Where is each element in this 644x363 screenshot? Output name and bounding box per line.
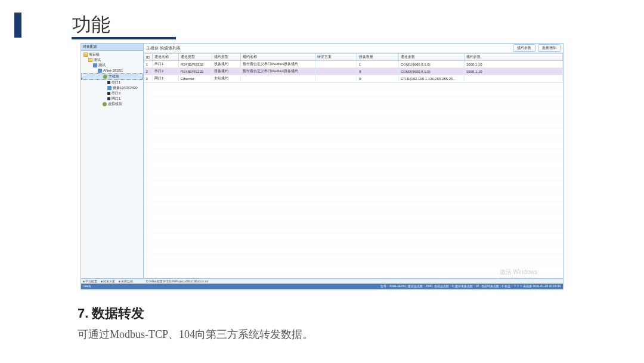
tree-content: 项目组测试测试ANet-1E2S1主模块串口1设备1(ARCM30串口2网口1虚…	[81, 51, 143, 108]
cell	[315, 75, 357, 82]
tree-item-5[interactable]: 串口1	[81, 80, 143, 85]
section-text: 7. 数据转发 可通过Modbus-TCP、104向第三方系统转发数据。	[78, 304, 313, 342]
table-header: ID通道名称通道类型规约类型规约名称转发方案设备数量通道参数规约参数	[144, 54, 563, 61]
cell: COM2(9600,8,1,0)	[399, 68, 465, 75]
tree-item-4[interactable]: 主模块	[81, 73, 143, 80]
dot-icon	[119, 281, 120, 282]
cell: 串口1	[153, 61, 179, 68]
tree-item-label: 串口1	[112, 80, 120, 85]
tree-item-8[interactable]: 网口1	[81, 96, 143, 101]
header-underline	[72, 37, 176, 39]
section-body: 可通过Modbus-TCP、104向第三方系统转发数据。	[78, 327, 313, 342]
tree-item-label: 网口1	[112, 96, 120, 101]
port-icon	[107, 81, 110, 84]
col-header-3[interactable]: 规约类型	[212, 54, 241, 61]
cell: Ethernet	[179, 75, 212, 82]
tree-item-label: 测试	[98, 63, 106, 68]
cell: 主站规约	[212, 75, 241, 82]
col-header-5[interactable]: 转发方案	[315, 54, 357, 61]
cell: 1000,1,10	[465, 68, 563, 75]
tree-item-6[interactable]: 设备1(ARCM30	[81, 85, 143, 91]
panel-title: 主模块 的通道列表	[146, 45, 181, 51]
application-window: 对象配置 项目组测试测试ANet-1E2S1主模块串口1设备1(ARCM30串口…	[80, 43, 564, 290]
panel-title-bar: 主模块 的通道列表 规约参数 批量增加	[144, 44, 563, 53]
cell: 0	[357, 68, 399, 75]
col-header-4[interactable]: 规约名称	[241, 54, 315, 61]
tab-forward-scheme[interactable]: 转发方案	[99, 279, 117, 284]
main-panel: 主模块 的通道列表 规约参数 批量增加 ID通道名称通道类型规约类型规约名称转发…	[144, 44, 563, 279]
port-icon	[107, 97, 110, 100]
cell: 串口2	[153, 68, 179, 75]
cell	[315, 68, 357, 75]
cell	[465, 75, 563, 82]
slide-title: 功能	[72, 12, 110, 38]
status-right: 型号：ANet-2E2S1; 建议总点数：2500, 当前总点数：0; 建议采集…	[380, 284, 561, 288]
cell: 3	[144, 75, 153, 82]
table-body: 1串口1RS485/RS232设备规约预付费自定义串口Modbus设备规约1CO…	[144, 61, 563, 82]
tree-item-7[interactable]: 串口2	[81, 91, 143, 96]
cell: COM1(9600,8,1,0)	[399, 61, 465, 68]
port-icon	[107, 92, 110, 95]
tree-header: 对象配置	[81, 44, 143, 51]
header-accent-bar	[14, 13, 21, 38]
cell: 1	[144, 61, 153, 68]
tree-item-label: 主模块	[109, 74, 119, 79]
tree-item-label: 测试	[94, 57, 101, 63]
cell: 2	[144, 68, 153, 75]
tree-item-1[interactable]: 测试	[81, 57, 143, 63]
tree-item-label: 项目组	[89, 52, 100, 57]
cell: 设备规约	[212, 68, 241, 75]
tree-panel: 对象配置 项目组测试测试ANet-1E2S1主模块串口1设备1(ARCM30串口…	[81, 44, 144, 279]
col-header-7[interactable]: 通道参数	[399, 54, 465, 61]
tree-item-0[interactable]: 项目组	[81, 52, 143, 57]
device-icon	[98, 69, 102, 73]
bottom-tabs: 平台配置 转发方案 关闭监控	[81, 278, 144, 284]
col-header-6[interactable]: 设备数量	[357, 54, 399, 61]
folder-icon	[83, 53, 88, 57]
tree-item-label: ANet-1E2S1	[103, 68, 123, 73]
tree-item-3[interactable]: ANet-1E2S1	[81, 68, 143, 73]
table-row[interactable]: 2串口2RS485/RS232设备规约预付费自定义串口Modbus设备规约0CO…	[144, 68, 563, 75]
status-bar: ready 型号：ANet-2E2S1; 建议总点数：2500, 当前总点数：0…	[81, 284, 563, 289]
cell: ETH1(192.168.1.136,255.255.25...	[399, 75, 465, 82]
table-row[interactable]: 1串口1RS485/RS232设备规约预付费自定义串口Modbus设备规约1CO…	[144, 61, 563, 68]
panel-button-group: 规约参数 批量增加	[513, 44, 561, 52]
cell	[241, 75, 315, 82]
cell: 网口1	[153, 75, 179, 82]
path-bar: D:\ANet配置管理软件\Projects\测试\测试\cm.ini	[144, 278, 563, 284]
cell: 1000,1,10	[465, 61, 563, 68]
cell: RS485/RS232	[179, 68, 212, 75]
cell: 1	[357, 61, 399, 68]
channel-table: ID通道名称通道类型规约类型规约名称转发方案设备数量通道参数规约参数 1串口1R…	[144, 53, 563, 82]
watermark-title: 激活 Windows	[500, 268, 554, 276]
col-header-1[interactable]: 通道名称	[153, 54, 179, 61]
cell	[315, 61, 357, 68]
status-left: ready	[83, 284, 91, 288]
slide-header: 功能	[0, 12, 110, 38]
table-row[interactable]: 3网口1Ethernet主站规约0ETH1(192.168.1.136,255.…	[144, 75, 563, 82]
tree-item-2[interactable]: 测试	[81, 63, 143, 68]
cell: 预付费自定义串口Modbus设备规约	[241, 61, 315, 68]
tree-item-label: 设备1(ARCM30	[113, 85, 138, 91]
cell: 预付费自定义串口Modbus设备规约	[241, 68, 315, 75]
node-icon	[103, 75, 107, 79]
tree-item-label: 虚拟模块	[108, 101, 122, 107]
table-empty-area: 激活 Windows 转到"设置"以激活 Windows。	[144, 82, 563, 288]
cell: 设备规约	[212, 61, 241, 68]
col-header-2[interactable]: 通道类型	[179, 54, 212, 61]
section-heading: 7. 数据转发	[78, 304, 313, 322]
col-header-0[interactable]: ID	[144, 54, 153, 61]
node-icon	[103, 102, 107, 106]
tab-platform-config[interactable]: 平台配置	[81, 279, 99, 284]
col-header-8[interactable]: 规约参数	[465, 54, 563, 61]
tree-item-label: 串口2	[112, 91, 120, 96]
tree-item-9[interactable]: 虚拟模块	[81, 101, 143, 107]
device-icon	[93, 63, 97, 67]
protocol-params-button[interactable]: 规约参数	[513, 44, 535, 52]
dot-icon	[83, 281, 85, 282]
device-icon	[107, 86, 112, 90]
tab-close-monitor[interactable]: 关闭监控	[117, 279, 135, 284]
folder-icon	[88, 58, 92, 62]
batch-add-button[interactable]: 批量增加	[538, 44, 561, 52]
cell: RS485/RS232	[179, 61, 212, 68]
